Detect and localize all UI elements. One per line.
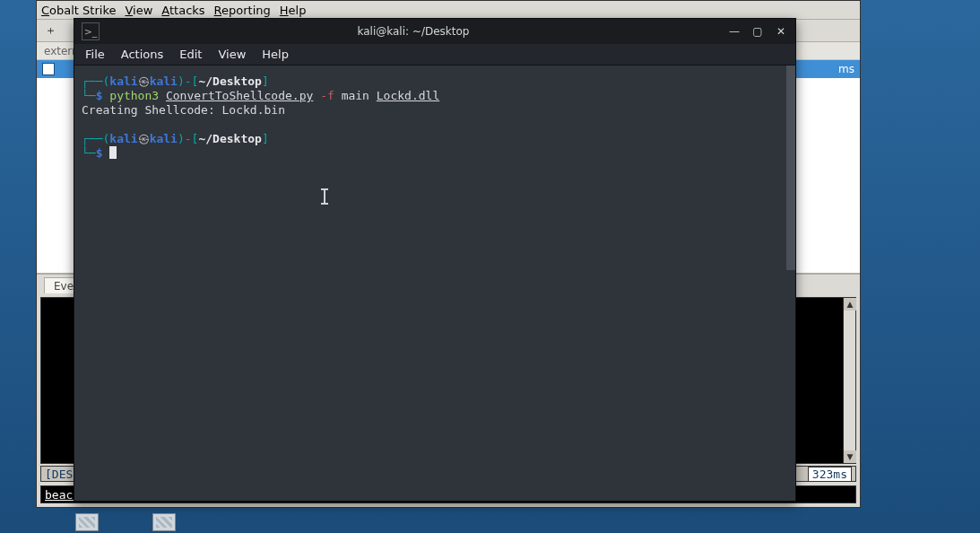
menu-help[interactable]: HelpHelp [280,4,307,17]
scrollbar[interactable]: ▲ ▼ [843,298,855,463]
terminal-body[interactable]: ┌──(kali㉿kali)-[~/Desktop] └─$ python3 C… [74,66,795,501]
term-menu-actions[interactable]: Actions [121,48,164,61]
term-menu-view[interactable]: View [218,48,246,61]
scroll-up-icon[interactable]: ▲ [844,298,856,310]
row-last: ms [838,63,854,75]
cmd-fn: main [342,89,369,102]
cmd-dll: Lockd.dll [377,89,439,102]
terminal-app-icon: >_ [82,22,100,40]
term-menu-file[interactable]: File [85,48,105,61]
menu-reporting[interactable]: ReportingReporting [214,4,271,17]
terminal-window: >_ kali@kali: ~/Desktop — ▢ ✕ File Actio… [74,18,796,502]
scroll-down-icon[interactable]: ▼ [844,450,856,463]
cs-menubar: CCobalt Strikeobalt Strike ViewView Atta… [37,1,860,19]
maximize-button[interactable]: ▢ [750,24,765,39]
cmd-python: python3 [109,89,159,102]
term-menu-help[interactable]: Help [262,48,289,61]
status-rtt: 323ms [808,467,852,482]
scroll-thumb[interactable] [786,66,795,270]
minimize-button[interactable]: — [727,24,742,39]
terminal-cursor [109,146,117,159]
dock-icon[interactable] [152,513,176,531]
menu-view[interactable]: ViewView [125,4,152,17]
terminal-title: kali@kali: ~/Desktop [108,25,718,38]
term-menu-edit[interactable]: Edit [179,48,202,61]
terminal-scrollbar[interactable] [786,66,795,501]
desktop-dock [75,511,176,533]
cmd-output: Creating Shellcode: Lockd.bin [82,103,285,117]
terminal-titlebar[interactable]: >_ kali@kali: ~/Desktop — ▢ ✕ [74,19,795,44]
cmd-script: ConvertToShellcode.py [166,89,313,102]
menu-cobalt-strike[interactable]: CCobalt Strikeobalt Strike [41,4,116,17]
terminal-menubar: File Actions Edit View Help [74,44,795,66]
close-button[interactable]: ✕ [774,24,788,39]
plus-icon[interactable]: ＋ [44,24,56,37]
text-cursor-ibeam [324,189,325,204]
dock-icon[interactable] [75,513,99,531]
cmd-flag: -f [320,89,334,102]
windows-icon [42,63,55,75]
menu-attacks[interactable]: AttacksAttacks [161,4,204,17]
